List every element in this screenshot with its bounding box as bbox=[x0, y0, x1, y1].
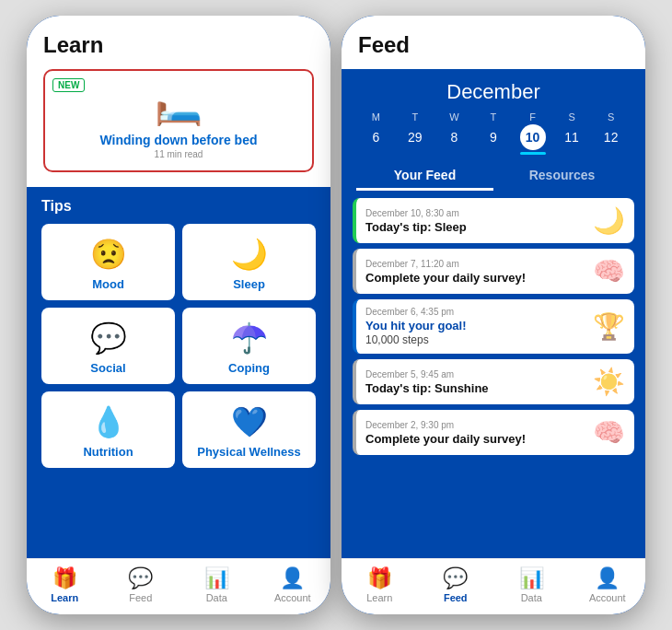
feed-item-2-icon: 🏆 bbox=[593, 311, 625, 342]
cal-underline bbox=[520, 152, 546, 155]
feed-item-0-title: Today's tip: Sleep bbox=[365, 220, 585, 234]
nav-feed[interactable]: 💬 Feed bbox=[113, 566, 168, 603]
calendar-days: M 6 T 29 W 8 T 9 bbox=[356, 111, 631, 155]
feed-item-2-date: December 6, 4:35 pm bbox=[365, 307, 585, 317]
feed-item-3[interactable]: December 5, 9:45 am Today's tip: Sunshin… bbox=[353, 359, 634, 404]
tip-nutrition[interactable]: 💧 Nutrition bbox=[41, 391, 175, 468]
feed-nav-feed[interactable]: 💬 Feed bbox=[428, 566, 483, 603]
feed-item-2-content: December 6, 4:35 pm You hit your goal! 1… bbox=[365, 307, 585, 346]
nutrition-label: Nutrition bbox=[83, 445, 133, 459]
cal-name-sun: S bbox=[608, 111, 614, 122]
feed-nav-account[interactable]: 👤 Account bbox=[580, 566, 635, 603]
feed-title: Feed bbox=[358, 32, 629, 58]
nav-data[interactable]: 📊 Data bbox=[189, 566, 244, 603]
feed-data-nav-icon: 📊 bbox=[519, 566, 544, 590]
feed-data-nav-label: Data bbox=[521, 592, 542, 603]
feed-item-4-date: December 2, 9:30 pm bbox=[365, 420, 585, 430]
featured-card[interactable]: NEW 🛏️ Winding down before bed 11 min re… bbox=[43, 69, 314, 172]
tab-resources[interactable]: Resources bbox=[493, 168, 631, 191]
cal-day-fri[interactable]: F 10 bbox=[520, 111, 546, 155]
cal-name-tue: T bbox=[411, 111, 418, 122]
cal-num-tue: 29 bbox=[402, 124, 428, 150]
feed-phone: Feed December M 6 T 29 W 8 bbox=[342, 16, 645, 614]
feed-nav-icon: 💬 bbox=[128, 566, 153, 590]
cal-name-wed: W bbox=[449, 111, 458, 122]
cal-day-sun: S 12 bbox=[598, 111, 624, 150]
feed-nav-data[interactable]: 📊 Data bbox=[504, 566, 559, 603]
cal-name-fri: F bbox=[529, 111, 536, 122]
cal-name-thu: T bbox=[491, 111, 497, 122]
feed-item-3-icon: ☀️ bbox=[593, 367, 625, 397]
account-nav-icon: 👤 bbox=[280, 566, 305, 590]
featured-meta: 11 min read bbox=[56, 149, 301, 159]
feed-item-2-title: You hit your goal! bbox=[365, 319, 585, 332]
feed-item-0-icon: 🌙 bbox=[593, 205, 625, 236]
feed-feed-nav-label: Feed bbox=[444, 592, 468, 603]
feed-item-1-icon: 🧠 bbox=[593, 256, 625, 286]
cal-day-mon: M 6 bbox=[363, 111, 388, 150]
cal-day-thu: T 9 bbox=[481, 111, 506, 150]
cal-num-mon: 6 bbox=[363, 124, 388, 150]
feed-item-1-date: December 7, 11:20 am bbox=[365, 259, 585, 269]
feed-bottom-nav: 🎁 Learn 💬 Feed 📊 Data 👤 Account bbox=[342, 558, 645, 614]
feed-item-3-content: December 5, 9:45 am Today's tip: Sunshin… bbox=[365, 369, 585, 395]
feed-learn-nav-label: Learn bbox=[366, 592, 392, 603]
feed-item-2[interactable]: December 6, 4:35 pm You hit your goal! 1… bbox=[353, 299, 634, 354]
learn-nav-icon: 🎁 bbox=[52, 566, 77, 590]
data-nav-icon: 📊 bbox=[204, 566, 229, 590]
feed-tabs: Your Feed Resources bbox=[342, 162, 645, 191]
nav-learn[interactable]: 🎁 Learn bbox=[37, 566, 92, 603]
tip-physical[interactable]: 💙 Physical Wellness bbox=[182, 391, 316, 468]
feed-item-0[interactable]: December 10, 8:30 am Today's tip: Sleep … bbox=[353, 198, 634, 243]
cal-num-sat: 11 bbox=[559, 124, 585, 150]
data-nav-label: Data bbox=[206, 592, 227, 603]
feed-item-4-content: December 2, 9:30 pm Complete your daily … bbox=[365, 420, 585, 446]
social-icon: 💬 bbox=[90, 321, 127, 356]
feed-screen: Feed December M 6 T 29 W 8 bbox=[342, 16, 645, 614]
tab-your-feed[interactable]: Your Feed bbox=[356, 168, 493, 191]
feed-item-4-icon: 🧠 bbox=[593, 417, 625, 448]
tip-sleep[interactable]: 🌙 Sleep bbox=[182, 224, 316, 300]
learn-screen: Learn NEW 🛏️ Winding down before bed 11 … bbox=[27, 16, 330, 614]
feed-feed-nav-icon: 💬 bbox=[443, 566, 468, 590]
feed-nav-learn[interactable]: 🎁 Learn bbox=[352, 566, 407, 603]
feed-item-3-title: Today's tip: Sunshine bbox=[365, 381, 585, 395]
feed-account-nav-label: Account bbox=[589, 592, 626, 603]
cal-num-sun: 12 bbox=[598, 124, 624, 150]
mood-label: Mood bbox=[92, 277, 124, 291]
feed-item-1-content: December 7, 11:20 am Complete your daily… bbox=[365, 259, 585, 285]
feed-item-3-date: December 5, 9:45 am bbox=[365, 369, 585, 379]
nutrition-icon: 💧 bbox=[90, 404, 127, 439]
feed-item-1[interactable]: December 7, 11:20 am Complete your daily… bbox=[353, 249, 634, 294]
learn-nav-label: Learn bbox=[51, 592, 78, 603]
feed-item-0-date: December 10, 8:30 am bbox=[365, 208, 585, 218]
cal-day-wed: W 8 bbox=[441, 111, 467, 150]
cal-day-sat: S 11 bbox=[559, 111, 585, 150]
tip-coping[interactable]: ☂️ Coping bbox=[182, 308, 316, 384]
calendar-section: December M 6 T 29 W 8 T bbox=[342, 69, 645, 162]
cal-day-tue: T 29 bbox=[402, 111, 428, 150]
physical-label: Physical Wellness bbox=[197, 445, 301, 459]
feed-learn-nav-icon: 🎁 bbox=[367, 566, 392, 590]
tips-section: Tips 😟 Mood 🌙 Sleep 💬 Social bbox=[27, 187, 330, 558]
feed-item-1-title: Complete your daily survey! bbox=[365, 271, 585, 285]
mood-icon: 😟 bbox=[90, 237, 127, 272]
tip-mood[interactable]: 😟 Mood bbox=[41, 224, 175, 300]
cal-name-mon: M bbox=[372, 111, 380, 122]
featured-title: Winding down before bed bbox=[56, 133, 301, 147]
sleep-label: Sleep bbox=[233, 277, 265, 291]
learn-title: Learn bbox=[43, 32, 314, 58]
feed-item-2-sub: 10,000 steps bbox=[365, 333, 585, 346]
tips-grid: 😟 Mood 🌙 Sleep 💬 Social ☂️ Coping bbox=[41, 224, 316, 468]
feed-item-4[interactable]: December 2, 9:30 pm Complete your daily … bbox=[353, 410, 634, 455]
new-badge: NEW bbox=[52, 78, 85, 92]
social-label: Social bbox=[90, 361, 125, 375]
account-nav-label: Account bbox=[274, 592, 311, 603]
cal-num-thu: 9 bbox=[481, 124, 506, 150]
feed-account-nav-icon: 👤 bbox=[595, 566, 620, 590]
learn-header: Learn NEW 🛏️ Winding down before bed 11 … bbox=[27, 16, 330, 187]
nav-account[interactable]: 👤 Account bbox=[265, 566, 320, 603]
learn-bottom-nav: 🎁 Learn 💬 Feed 📊 Data 👤 Account bbox=[27, 558, 330, 614]
tip-social[interactable]: 💬 Social bbox=[41, 308, 175, 384]
coping-icon: ☂️ bbox=[231, 321, 268, 356]
